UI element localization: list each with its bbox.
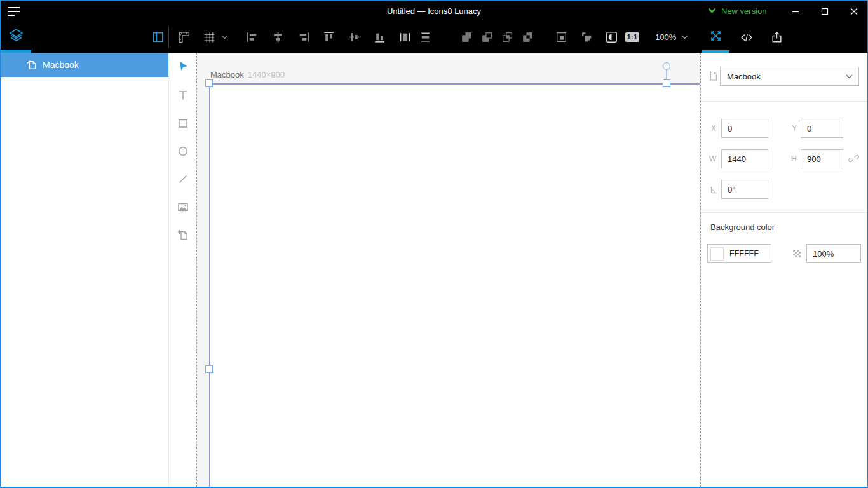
rotation-stem [666,70,667,80]
frame-selection-button[interactable] [553,29,569,45]
text-tool[interactable] [171,84,194,107]
image-tool[interactable] [171,196,194,219]
layers-panel-tab[interactable] [1,22,31,53]
intersect-icon [501,30,514,44]
artboard-layer-icon [26,59,37,71]
rectangle-tool[interactable] [171,112,194,135]
design-tab-icon [709,29,722,43]
ellipse-tool[interactable] [171,140,194,163]
line-tool[interactable] [171,168,194,191]
distribute-vertical-icon [419,30,432,44]
ruler-button[interactable] [176,29,191,45]
rotation-handle[interactable] [663,62,670,70]
fit-content-button[interactable] [579,29,594,45]
resize-handle-left-middle[interactable] [205,365,213,373]
height-input[interactable] [801,149,843,168]
artboard-title[interactable]: Macbook1440×900 [210,70,285,79]
difference-icon [521,30,534,44]
maximize-icon [818,5,831,18]
y-input[interactable] [801,119,843,138]
export-tab[interactable] [763,22,790,53]
toolbar-divider [168,27,169,48]
background-color-picker[interactable]: FFFFFF [707,244,771,263]
grid-options-dropdown[interactable] [220,29,229,45]
one-to-one-icon: 1:1 [625,32,640,42]
fit-content-icon [580,30,593,44]
code-tab[interactable] [733,22,761,53]
close-button[interactable] [839,1,868,22]
align-right-button[interactable] [295,29,311,45]
layers-panel: Macbook [1,53,169,487]
rotation-angle-icon [709,184,719,194]
chevron-down-icon [681,35,688,39]
inspector-divider [701,101,868,102]
preview-toggle-button[interactable] [604,29,619,45]
main-toolbar: 1:1 100% [1,22,867,53]
artboard-name: Macbook [210,70,244,79]
rectangle-tool-icon [177,117,189,130]
canvas-area[interactable]: Macbook1440×900 [196,53,701,487]
lock-aspect-ratio-button[interactable] [848,153,859,166]
toggle-left-panel-button[interactable] [150,29,165,45]
union-button[interactable] [459,29,474,45]
minimize-icon [789,5,802,18]
union-icon [460,30,473,44]
title-bar: Untitled — Icons8 Lunacy New version [1,1,867,22]
difference-button[interactable] [520,29,535,45]
align-middle-vertical-icon [348,30,361,44]
align-top-icon [322,30,336,44]
resize-handle-top-left[interactable] [205,79,213,87]
zoom-actual-size-button[interactable]: 1:1 [624,29,641,45]
h-label: H [791,149,797,168]
subtract-button[interactable] [479,29,494,45]
align-left-button[interactable] [245,29,260,45]
align-center-horizontal-icon [271,30,285,44]
artboard-preset-dropdown[interactable]: Macbook [720,67,859,86]
code-tab-icon [740,31,754,44]
x-input[interactable] [721,119,768,138]
align-middle-vertical-button[interactable] [346,29,362,45]
text-tool-icon [177,89,189,102]
rotation-input[interactable] [721,180,768,199]
artboard-size: 1440×900 [248,70,285,79]
select-tool[interactable] [171,55,194,78]
artboard-page-icon [709,71,719,81]
inspector-divider [701,212,868,213]
align-top-button[interactable] [321,29,336,45]
maximize-button[interactable] [810,1,839,22]
new-version-link[interactable]: New version [707,1,767,22]
zoom-level-value: 100% [655,32,676,42]
new-version-label: New version [721,6,767,16]
width-input[interactable] [721,149,768,168]
broken-link-icon [848,153,859,164]
inspector-panel: Macbook X Y W H Background color [701,53,868,487]
align-center-horizontal-button[interactable] [270,29,285,45]
layer-item-macbook[interactable]: Macbook [1,53,168,77]
align-bottom-button[interactable] [372,29,387,45]
preview-toggle-icon [605,30,618,44]
grid-button[interactable] [201,29,217,45]
chevron-down-icon [221,35,228,39]
opacity-checkerboard-icon [793,250,801,257]
frame-selection-icon [555,30,568,44]
tool-strip [169,53,196,487]
artboard-tool[interactable] [171,224,194,247]
intersect-button[interactable] [499,29,515,45]
minimize-button[interactable] [781,1,810,22]
lunacy-window: Untitled — Icons8 Lunacy New version [0,0,868,488]
new-version-flag-icon [707,6,717,16]
subtract-icon [480,30,494,44]
design-tab[interactable] [702,22,729,53]
x-label: X [711,119,716,138]
artboard-macbook[interactable] [209,83,700,487]
align-right-icon [297,30,310,44]
distribute-vertical-button[interactable] [417,29,433,45]
image-tool-icon [177,201,189,214]
chevron-down-icon [846,74,853,79]
zoom-level-dropdown[interactable]: 100% [655,22,688,53]
background-opacity-input[interactable] [806,244,861,263]
resize-handle-top-center[interactable] [663,79,670,87]
line-tool-icon [177,173,189,186]
distribute-horizontal-button[interactable] [397,29,412,45]
preset-value: Macbook [727,72,846,81]
